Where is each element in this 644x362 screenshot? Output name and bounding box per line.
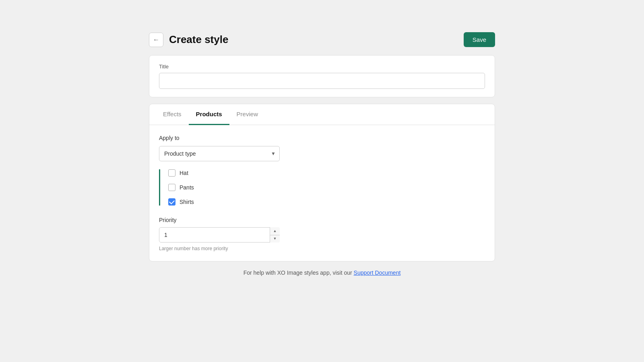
title-input[interactable] xyxy=(159,73,485,89)
checkbox-shirts[interactable] xyxy=(168,198,175,206)
footer-text: For help with XO Image styles app, visit… xyxy=(244,269,354,276)
tabs-row: Effects Products Preview xyxy=(149,104,495,125)
save-button[interactable]: Save xyxy=(464,32,495,47)
title-label: Title xyxy=(159,64,485,70)
title-card: Title xyxy=(149,55,495,97)
apply-to-label: Apply to xyxy=(159,135,485,141)
checkbox-hat-label[interactable]: Hat xyxy=(180,170,188,176)
tabs-card: Effects Products Preview Apply to Produc… xyxy=(149,104,495,261)
tab-products[interactable]: Products xyxy=(189,104,229,125)
product-type-select[interactable]: Product type All products Specific produ… xyxy=(159,146,280,161)
checkboxes-section: Hat Pants Shirts xyxy=(159,169,485,206)
back-button[interactable]: ← xyxy=(149,33,163,47)
checkbox-pants-item: Pants xyxy=(168,184,485,191)
checkbox-shirts-label[interactable]: Shirts xyxy=(180,199,194,205)
header: ← Create style Save xyxy=(149,32,495,47)
priority-increment-button[interactable]: ▲ xyxy=(270,227,280,235)
apply-to-select-wrapper: Product type All products Specific produ… xyxy=(159,146,280,161)
priority-decrement-button[interactable]: ▼ xyxy=(270,235,280,243)
tab-preview[interactable]: Preview xyxy=(229,104,265,125)
priority-wrapper: ▲ ▼ xyxy=(159,227,280,243)
priority-spinners: ▲ ▼ xyxy=(270,227,280,243)
checkbox-pants[interactable] xyxy=(168,184,175,191)
priority-label: Priority xyxy=(159,217,485,223)
checkbox-shirts-item: Shirts xyxy=(168,198,485,206)
priority-input[interactable] xyxy=(159,227,280,243)
tab-effects[interactable]: Effects xyxy=(156,104,189,125)
content-card: Apply to Product type All products Speci… xyxy=(149,125,495,261)
priority-hint: Larger number has more priority xyxy=(159,246,485,251)
page-container: ← Create style Save Title Effects Produc… xyxy=(0,0,644,308)
header-left: ← Create style xyxy=(149,33,228,47)
checkbox-hat-item: Hat xyxy=(168,169,485,177)
page-title: Create style xyxy=(169,33,228,46)
checkbox-pants-label[interactable]: Pants xyxy=(180,184,194,191)
main-content: ← Create style Save Title Effects Produc… xyxy=(149,32,495,276)
support-document-link[interactable]: Support Document xyxy=(354,269,401,276)
footer: For help with XO Image styles app, visit… xyxy=(149,269,495,276)
checkbox-hat[interactable] xyxy=(168,169,175,177)
